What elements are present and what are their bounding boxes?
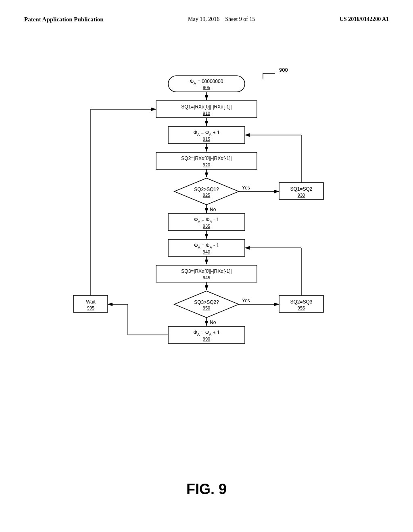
no-label-950: No — [210, 320, 216, 325]
yes-label-950: Yes — [242, 298, 250, 303]
node-930-text: SQ1=SQ2 — [290, 186, 312, 192]
figure-label: FIG. 9 — [186, 481, 227, 498]
header-sheet: Sheet 9 of 15 — [225, 16, 255, 22]
node-935-label: 935 — [203, 224, 210, 229]
node-995-text: Wait — [86, 299, 96, 305]
node-950-text: SQ3>SQ2? — [194, 299, 219, 305]
ref-900: 900 — [279, 67, 288, 73]
node-990-label: 990 — [203, 337, 210, 341]
patent-header-center: May 19, 2016 Sheet 9 of 15 — [188, 16, 255, 23]
yes-label-925: Yes — [242, 185, 250, 191]
node-945-label: 945 — [203, 275, 210, 280]
node-950-label: 950 — [203, 305, 210, 310]
node-945-text: SQ3=|RXα[0]|-|RXα[-1]| — [181, 268, 232, 274]
diagram-container: 900 ΦA = 00000000 905 SQ1=|RXα[0]|-|RXα[… — [0, 52, 413, 476]
node-930-label: 930 — [298, 193, 305, 197]
patent-header-right: US 2016/0142200 A1 — [340, 16, 389, 23]
flowchart-svg: 900 ΦA = 00000000 905 SQ1=|RXα[0]|-|RXα[… — [65, 52, 348, 476]
node-905-label: 905 — [203, 85, 210, 90]
node-920-label: 920 — [203, 162, 210, 167]
no-label-925: No — [210, 207, 216, 212]
patent-header-left: Patent Application Publication — [24, 16, 104, 23]
node-915-label: 915 — [203, 137, 210, 141]
node-910-label: 910 — [203, 111, 210, 116]
node-925-label: 925 — [203, 193, 210, 197]
node-940-label: 940 — [203, 249, 210, 254]
header-date: May 19, 2016 — [188, 16, 219, 22]
node-995-label: 995 — [87, 305, 94, 310]
node-910-text: SQ1=|RXα[0]|-|RXα[-1]| — [181, 104, 232, 110]
node-925-text: SQ2>SQ1? — [194, 187, 219, 192]
node-955-label: 955 — [298, 305, 305, 310]
node-920-text: SQ2=|RXα[0]|-|RXα[-1]| — [181, 156, 232, 161]
node-955-text: SQ2=SQ3 — [290, 299, 312, 305]
